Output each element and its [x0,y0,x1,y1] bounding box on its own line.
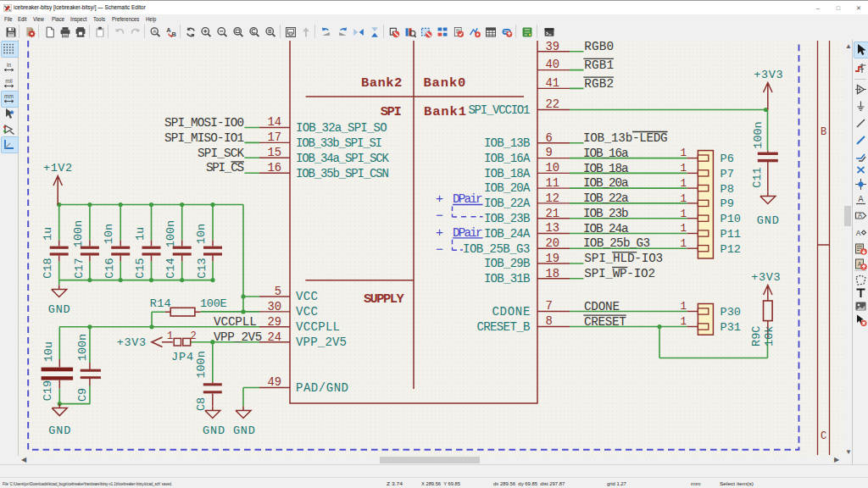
svg-text:6: 6 [546,132,553,145]
svg-text:CRESET: CRESET [584,315,626,329]
svg-text:SPI_MISO-IO1: SPI_MISO-IO1 [164,131,244,145]
svg-text:SPI_MOSI-IO0: SPI_MOSI-IO0 [164,116,244,130]
svg-text:C: C [821,430,826,442]
svg-text:5: 5 [275,286,281,298]
svg-text:GND: GND [48,424,70,437]
svg-text:CDONE: CDONE [584,300,620,313]
svg-text:IOB_25b_G3: IOB_25b_G3 [583,236,650,250]
svg-text:B: B [821,126,826,138]
svg-text:13: 13 [546,222,560,235]
svg-text:IOB_13B: IOB_13B [484,136,531,150]
svg-text:1: 1 [680,238,687,250]
svg-text:+: + [436,192,443,207]
svg-text:17: 17 [267,131,281,144]
svg-text:VCCPLL: VCCPLL [214,315,257,329]
svg-text:VPP_2V5: VPP_2V5 [296,336,347,349]
svg-text:B: B [171,30,175,38]
svg-text:P7: P7 [721,168,734,180]
svg-text:Bank0: Bank0 [423,75,465,91]
svg-text:A: A [858,195,863,204]
svg-text:RGB1: RGB1 [584,58,614,72]
svg-text:+1V2: +1V2 [43,162,72,175]
svg-text:19: 19 [546,252,560,265]
svg-text:IOB_32a_SPI_SO: IOB_32a_SPI_SO [296,121,387,135]
svg-text:in: in [7,62,11,68]
svg-text:1: 1 [680,208,687,220]
svg-text:RGB2: RGB2 [584,77,614,91]
svg-text:P9: P9 [721,197,734,210]
svg-text:IOB_31B: IOB_31B [484,272,531,286]
svg-text:30: 30 [267,301,281,313]
svg-text:GND: GND [233,424,255,437]
svg-text:GND: GND [48,303,70,316]
svg-text:P30: P30 [721,306,741,319]
svg-text:C17: C17 [73,258,86,278]
svg-text:1: 1 [680,301,687,313]
svg-text:C9: C9 [76,388,89,402]
svg-text:11: 11 [546,177,560,190]
svg-text:49: 49 [267,376,281,389]
svg-text:2: 2 [190,330,196,342]
svg-text:18: 18 [546,268,560,280]
svg-text:1: 1 [167,330,173,342]
svg-text:C8: C8 [195,397,208,411]
svg-text:P6: P6 [721,152,734,165]
svg-text:+3V3: +3V3 [754,69,782,81]
svg-text:R14: R14 [150,297,171,310]
svg-text:12: 12 [546,192,560,205]
svg-text:100n: 100n [752,121,765,148]
svg-text:RGB0: RGB0 [584,41,614,53]
svg-text:39: 39 [546,41,560,53]
svg-text:A: A [856,229,861,238]
svg-text:10u: 10u [42,341,55,362]
svg-text:40: 40 [546,58,560,71]
svg-text:P31: P31 [721,321,741,334]
svg-text:SPI_CS: SPI_CS [206,161,244,175]
svg-text:mm: mm [4,93,14,99]
svg-text:C15: C15 [134,258,147,278]
svg-text:100n: 100n [72,220,85,247]
svg-text:C13: C13 [196,258,209,278]
svg-text:IOB_23B: IOB_23B [484,212,531,225]
svg-text:P10: P10 [721,213,741,225]
svg-text:SPI_HLD-IO3: SPI_HLD-IO3 [584,252,663,265]
svg-text:−: − [436,243,443,258]
svg-text:100n: 100n [76,334,89,361]
svg-text:P11: P11 [721,228,741,241]
svg-text:A: A [153,28,157,34]
svg-text:IOB_18A: IOB_18A [484,167,531,180]
svg-text:1u: 1u [42,227,54,241]
svg-text:IOB_34a_SPI_SCK: IOB_34a_SPI_SCK [296,152,390,165]
svg-text:20: 20 [546,237,560,250]
svg-text:15: 15 [267,147,281,159]
svg-text:9: 9 [546,147,553,159]
svg-text:100E: 100E [200,297,226,310]
svg-text:41: 41 [546,77,560,90]
svg-text:IOB_29B: IOB_29B [484,257,531,270]
svg-text:IOB_16a: IOB_16a [583,147,629,160]
svg-text:C11: C11 [751,167,764,187]
svg-text:1u: 1u [134,227,147,241]
svg-text:IOB_18a: IOB_18a [583,162,629,175]
svg-text:GND: GND [203,424,225,437]
svg-text:VCC: VCC [296,290,318,303]
svg-text:CRESET_B: CRESET_B [476,320,530,334]
svg-text:+: + [436,226,443,241]
svg-text:10n: 10n [195,224,208,244]
svg-text:10: 10 [546,162,560,175]
svg-text:C14: C14 [164,258,177,278]
svg-text:IOB_23b: IOB_23b [583,207,629,220]
svg-text:SPI_VCCIO1: SPI_VCCIO1 [468,103,530,117]
svg-text:−: − [436,209,443,224]
svg-text:IOB_33b_SPI_SI: IOB_33b_SPI_SI [296,136,382,150]
svg-text:P8: P8 [721,183,734,196]
svg-text:GND: GND [757,214,779,227]
svg-text:IOB_24a: IOB_24a [583,222,629,236]
svg-text:IOB_35b_SPI_CSN: IOB_35b_SPI_CSN [296,167,389,180]
svg-text:JP4: JP4 [171,351,193,363]
svg-text:PAD/GND: PAD/GND [296,381,348,395]
svg-text:C16: C16 [103,258,116,278]
svg-text:+3V3: +3V3 [117,336,146,349]
svg-text:IOB_13b-LEDG: IOB_13b-LEDG [583,131,668,145]
svg-text:mil: mil [5,78,13,84]
